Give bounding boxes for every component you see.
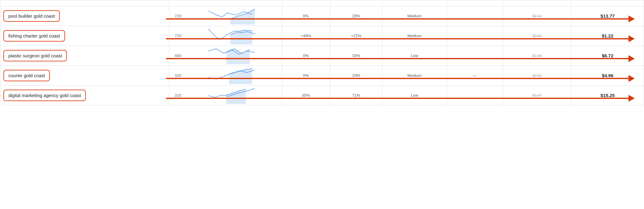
red-arrowhead-0 <box>629 16 635 22</box>
red-arrowhead-4 <box>629 95 635 102</box>
red-arrow-line-4 <box>166 98 628 99</box>
red-arrow-line-0 <box>166 18 628 20</box>
col-header-topbidlow <box>503 0 572 6</box>
col-header-competition <box>382 0 447 6</box>
red-arrow-2 <box>166 55 634 62</box>
keyword-cell-0: pool builder gold coast <box>0 6 169 26</box>
red-arrowhead-3 <box>629 75 635 82</box>
red-arrow-1 <box>166 35 634 42</box>
keyword-box-4: digital marketing agency gold coast <box>3 90 86 101</box>
keyword-box-0: pool builder gold coast <box>3 10 60 22</box>
col-header-yoy <box>330 0 382 6</box>
header-row <box>0 0 644 6</box>
red-arrow-4 <box>166 95 634 102</box>
red-arrow-3 <box>166 75 634 82</box>
keyword-cell-2: plastic surgeon gold coast <box>0 46 169 66</box>
col-header-topbidhigh <box>572 0 644 6</box>
keyword-cell-3: courier gold coast <box>0 66 169 86</box>
keyword-cell-4: digital marketing agency gold coast <box>0 86 169 105</box>
keyword-box-3: courier gold coast <box>3 70 50 81</box>
col-header-keyword <box>0 0 169 6</box>
main-table-wrapper: pool builder gold coast 720 0% 28% Mediu… <box>0 0 644 105</box>
red-arrow-line-3 <box>166 78 628 79</box>
red-arrow-line-1 <box>166 38 628 39</box>
red-arrowhead-1 <box>629 35 635 42</box>
col-header-adimpression <box>447 0 503 6</box>
col-header-3month <box>282 0 330 6</box>
keyword-box-2: plastic surgeon gold coast <box>3 50 67 61</box>
keyword-box-1: fishing charter gold coast <box>3 30 65 42</box>
col-header-avg <box>169 0 282 6</box>
red-arrow-0 <box>166 16 634 22</box>
red-arrowhead-2 <box>629 55 635 62</box>
red-arrow-line-2 <box>166 58 628 59</box>
keyword-cell-1: fishing charter gold coast <box>0 26 169 46</box>
